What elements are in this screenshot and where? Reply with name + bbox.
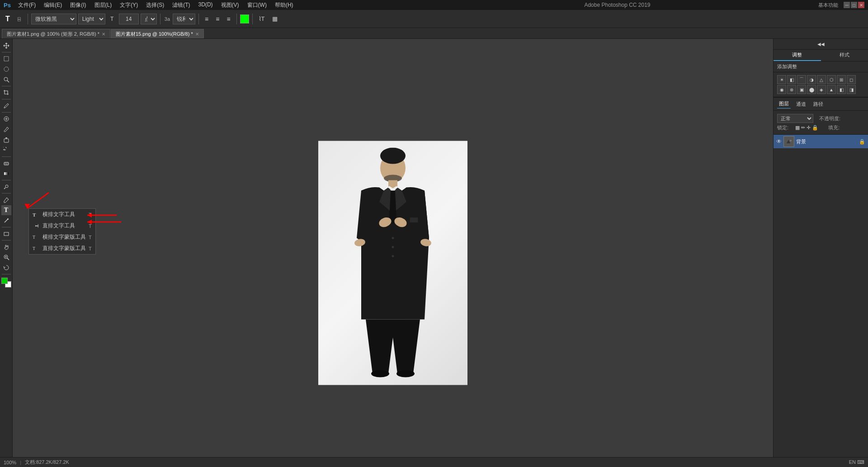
tool-quick-select[interactable] xyxy=(1,75,11,85)
adj-icon-curves[interactable]: ⌒ xyxy=(797,75,806,84)
adj-icon-color-lookup[interactable]: ▣ xyxy=(797,85,806,94)
svg-point-17 xyxy=(380,147,406,164)
tool-eyedropper[interactable] xyxy=(1,101,11,111)
tool-move[interactable] xyxy=(1,41,11,51)
adj-icon-posterize[interactable]: ◈ xyxy=(817,85,826,94)
align-center-btn[interactable]: ≡ xyxy=(213,13,222,25)
tool-heal[interactable] xyxy=(1,114,11,124)
rpanel-tab-styles[interactable]: 样式 xyxy=(821,50,868,61)
align-right-btn[interactable]: ≡ xyxy=(224,13,233,25)
tool-brush[interactable] xyxy=(1,124,11,134)
tab-close-2[interactable]: ✕ xyxy=(195,32,199,37)
tool-sep-8 xyxy=(2,227,11,227)
tool-rotate-view[interactable] xyxy=(1,263,11,273)
minimize-button[interactable]: ─ xyxy=(844,2,850,8)
adj-icon-vibrance[interactable]: △ xyxy=(817,75,826,84)
adj-icon-exposure[interactable]: ◑ xyxy=(807,75,816,84)
font-unit-select[interactable]: 点 xyxy=(141,14,157,24)
tool-eraser[interactable] xyxy=(1,158,11,168)
adj-icon-channel-mixer[interactable]: ⊗ xyxy=(787,85,796,94)
lock-transparent-icon[interactable]: ▦ xyxy=(795,125,800,131)
ctx-item-vertical-mask[interactable]: T 直排文字蒙版工具 T xyxy=(29,243,95,254)
tab-document-1[interactable]: 图片素材1.png @ 100% (矩形 2, RGB/8) * ✕ xyxy=(2,29,110,38)
menu-bar: 文件(F) 编辑(E) 图像(I) 图层(L) 文字(Y) 选择(S) 滤镜(T… xyxy=(14,0,416,10)
layer-item-background[interactable]: 👁 背景 🔒 xyxy=(774,135,868,148)
tool-pen[interactable] xyxy=(1,195,11,205)
adj-icon-selective-color[interactable]: ◨ xyxy=(847,85,856,94)
lock-image-icon[interactable]: ✏ xyxy=(801,125,805,131)
tool-text[interactable]: T xyxy=(1,205,11,215)
close-button[interactable]: ✕ xyxy=(858,2,864,8)
menu-window[interactable]: 窗口(W) xyxy=(244,0,270,10)
right-panel-tabs: 调整 样式 xyxy=(774,50,868,61)
warp-text-btn[interactable]: ⌇T xyxy=(256,13,268,25)
tool-sep-10 xyxy=(2,274,11,274)
adj-icon-color-balance[interactable]: ⊞ xyxy=(837,75,846,84)
ctx-item-vertical-text[interactable]: T 直排文字工具 T xyxy=(29,220,95,231)
svg-point-24 xyxy=(371,370,389,377)
align-left-btn[interactable]: ≡ xyxy=(202,13,211,25)
tool-gradient[interactable] xyxy=(1,169,11,179)
menu-file[interactable]: 文件(F) xyxy=(14,0,39,10)
menu-text[interactable]: 文字(Y) xyxy=(116,0,142,10)
adj-icon-invert[interactable]: ⬤ xyxy=(807,85,816,94)
ctx-item-horizontal-mask[interactable]: T 横排文字蒙版工具 T xyxy=(29,231,95,243)
adj-icon-levels[interactable]: ◧ xyxy=(787,75,796,84)
adj-icon-gradient-map[interactable]: ◧ xyxy=(837,85,846,94)
tab-document-2[interactable]: 图片素材15.png @ 100%(RGB/8) * ✕ xyxy=(111,29,204,38)
font-size-input[interactable] xyxy=(119,14,139,24)
menu-filter[interactable]: 滤镜(T) xyxy=(169,0,193,10)
menu-help[interactable]: 帮助(H) xyxy=(271,0,297,10)
tool-crop[interactable] xyxy=(1,88,11,98)
menu-3d[interactable]: 3D(D) xyxy=(195,0,217,10)
adj-icon-bw[interactable]: ◻ xyxy=(847,75,856,84)
ctx-item-horizontal-text[interactable]: T 横排文字工具 T xyxy=(29,209,95,220)
adj-icon-hsl[interactable]: ⬡ xyxy=(827,75,836,84)
doc-size: 文档:827.2K/827.2K xyxy=(25,459,69,466)
tool-lasso[interactable] xyxy=(1,64,11,74)
main-toolbar: T ⌸ 微软雅黑 Light Regular Bold T 点 3a 锐利 犀利… xyxy=(0,10,868,28)
svg-point-1 xyxy=(4,67,9,71)
menu-view[interactable]: 视图(V) xyxy=(217,0,243,10)
maximize-button[interactable]: □ xyxy=(851,2,857,8)
tool-history-brush[interactable] xyxy=(1,145,11,155)
tool-clone[interactable] xyxy=(1,135,11,145)
blending-row: 正常 溶解 变暗 不透明度: xyxy=(777,114,864,123)
channel-tab[interactable]: 通道 xyxy=(794,100,808,108)
adj-icon-brightness[interactable]: ☀ xyxy=(777,75,786,84)
tool-path-select[interactable] xyxy=(1,216,11,226)
adj-icon-photo-filter[interactable]: ◉ xyxy=(777,85,786,94)
lock-all-icon[interactable]: 🔒 xyxy=(812,125,818,131)
menu-select[interactable]: 选择(S) xyxy=(142,0,168,10)
character-panel-btn[interactable]: ▦ xyxy=(269,13,280,25)
right-panel-collapse-btn[interactable]: ◀◀ xyxy=(817,42,825,47)
lock-position-icon[interactable]: ✛ xyxy=(807,125,811,131)
menu-edit[interactable]: 编辑(E) xyxy=(40,0,66,10)
blend-mode-select[interactable]: 正常 溶解 变暗 xyxy=(777,114,813,123)
rpanel-tab-adjustments[interactable]: 调整 xyxy=(774,50,821,61)
aa-select[interactable]: 锐利 犀利 浑厚 平滑 xyxy=(173,14,195,24)
text-color-swatch[interactable] xyxy=(240,14,249,24)
tab-close-1[interactable]: ✕ xyxy=(102,32,105,37)
tool-hand[interactable] xyxy=(1,242,11,252)
toolbar-sep-1 xyxy=(28,14,28,24)
menu-layer[interactable]: 图层(L) xyxy=(91,0,116,10)
tool-select-rect[interactable] xyxy=(1,54,11,64)
tool-zoom[interactable] xyxy=(1,252,11,262)
en-badge[interactable]: EN ⌨ xyxy=(849,459,864,465)
layers-tab[interactable]: 图层 xyxy=(777,99,791,108)
workspace-preset[interactable]: 基本功能 xyxy=(818,2,838,9)
tool-shape[interactable] xyxy=(1,229,11,239)
tool-sep-1 xyxy=(2,52,11,52)
adj-icon-threshold[interactable]: ▲ xyxy=(827,85,836,94)
menu-image[interactable]: 图像(I) xyxy=(66,0,90,10)
tool-sep-3 xyxy=(2,99,11,99)
svg-rect-9 xyxy=(4,172,9,175)
font-family-select[interactable]: 微软雅黑 xyxy=(31,14,76,24)
font-style-select[interactable]: Light Regular Bold xyxy=(78,14,105,24)
layers-channel-path-tabs: 图层 通道 路径 xyxy=(774,98,868,111)
tool-dodge[interactable] xyxy=(1,182,11,192)
foreground-color-swatch[interactable] xyxy=(1,278,8,284)
layer-visibility-toggle[interactable]: 👁 xyxy=(776,138,782,145)
path-tab[interactable]: 路径 xyxy=(811,100,825,108)
